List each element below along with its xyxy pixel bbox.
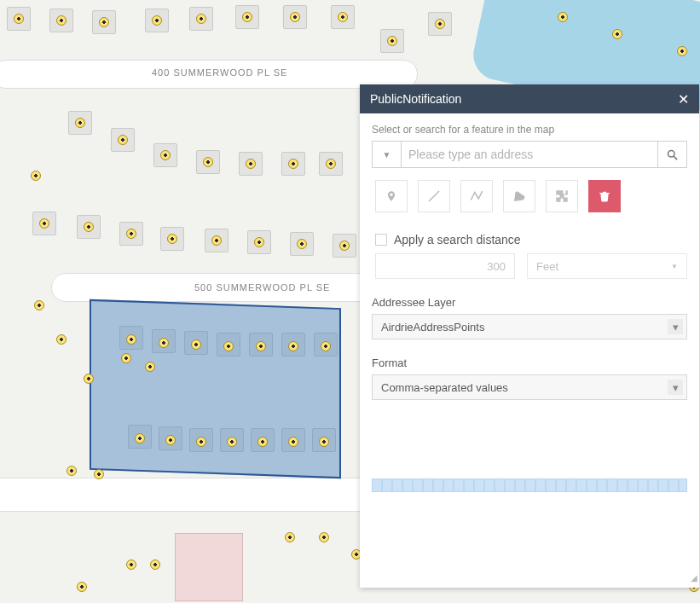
address-point[interactable] xyxy=(285,532,295,542)
panel-header[interactable]: PublicNotification ✕ xyxy=(360,84,699,113)
road-label: 400 SUMMERWOOD PL SE xyxy=(152,67,287,78)
address-point[interactable] xyxy=(321,341,331,351)
distance-unit-value: Feet xyxy=(536,260,558,273)
address-point[interactable] xyxy=(387,36,397,46)
address-point[interactable] xyxy=(242,12,252,22)
address-point[interactable] xyxy=(211,235,222,246)
selection-polygon[interactable] xyxy=(90,299,341,478)
puzzle-icon xyxy=(554,188,570,204)
address-point[interactable] xyxy=(246,159,256,169)
svg-point-0 xyxy=(668,150,675,157)
address-point[interactable] xyxy=(558,12,568,22)
chevron-down-icon: ▼ xyxy=(671,263,678,270)
address-point[interactable] xyxy=(288,437,298,447)
address-point[interactable] xyxy=(126,334,136,345)
building-highlight xyxy=(175,533,243,601)
address-point[interactable] xyxy=(94,469,104,479)
progress-bar xyxy=(372,478,687,492)
address-point[interactable] xyxy=(223,341,234,351)
address-point[interactable] xyxy=(121,353,131,363)
distance-inputs: Feet ▼ xyxy=(372,253,687,279)
chevron-down-icon: ▾ xyxy=(668,319,683,334)
road-label: 500 SUMMERWOOD PL SE xyxy=(194,282,330,293)
draw-tools xyxy=(372,180,687,212)
address-point[interactable] xyxy=(160,150,171,160)
address-point[interactable] xyxy=(196,437,206,447)
address-point[interactable] xyxy=(677,46,687,56)
address-point[interactable] xyxy=(145,362,155,372)
polyline-icon xyxy=(469,188,484,204)
addressee-value: AirdrieAddressPoints xyxy=(381,321,484,333)
address-point[interactable] xyxy=(290,12,300,22)
polyline-tool[interactable] xyxy=(460,180,493,212)
resize-grip[interactable]: ◢ xyxy=(687,576,697,586)
format-select[interactable]: Comma-separated values ▾ xyxy=(372,374,687,400)
point-tool[interactable] xyxy=(375,180,408,212)
line-tool[interactable] xyxy=(418,180,450,212)
distance-unit-select[interactable]: Feet ▼ xyxy=(527,253,687,279)
address-point[interactable] xyxy=(326,159,336,169)
apply-distance-label: Apply a search distance xyxy=(394,233,521,246)
address-point[interactable] xyxy=(67,466,77,476)
address-point[interactable] xyxy=(191,339,201,350)
format-label: Format xyxy=(372,357,687,369)
address-point[interactable] xyxy=(99,17,109,27)
address-point[interactable] xyxy=(435,19,445,29)
apply-distance-checkbox[interactable] xyxy=(375,234,387,246)
address-point[interactable] xyxy=(159,338,169,348)
address-point[interactable] xyxy=(254,237,264,247)
address-point[interactable] xyxy=(196,14,206,24)
search-row: ▼ xyxy=(372,141,687,168)
address-point[interactable] xyxy=(203,157,213,167)
address-point[interactable] xyxy=(612,29,622,39)
svg-line-1 xyxy=(674,156,677,159)
close-icon[interactable]: ✕ xyxy=(678,91,689,107)
address-point[interactable] xyxy=(39,218,49,229)
address-point[interactable] xyxy=(152,15,162,26)
address-point[interactable] xyxy=(126,229,136,239)
address-point[interactable] xyxy=(167,234,177,244)
search-button[interactable] xyxy=(658,141,687,168)
polygon-icon xyxy=(512,188,527,204)
panel-title: PublicNotification xyxy=(370,92,461,106)
search-hint: Select or search for a feature in the ma… xyxy=(372,124,687,136)
address-point[interactable] xyxy=(319,437,329,447)
address-point[interactable] xyxy=(84,222,94,232)
address-point[interactable] xyxy=(288,341,298,351)
search-input[interactable] xyxy=(401,141,658,168)
address-point[interactable] xyxy=(338,12,348,22)
line-icon xyxy=(426,188,442,204)
addressee-select[interactable]: AirdrieAddressPoints ▾ xyxy=(372,314,687,339)
address-point[interactable] xyxy=(339,241,350,251)
distance-value-input[interactable] xyxy=(375,253,515,279)
address-point[interactable] xyxy=(257,437,268,447)
address-point[interactable] xyxy=(150,560,160,570)
address-point[interactable] xyxy=(84,374,94,384)
trash-icon xyxy=(599,189,610,203)
puzzle-tool[interactable] xyxy=(546,180,578,212)
apply-distance-row: Apply a search distance xyxy=(372,233,687,246)
address-point[interactable] xyxy=(165,435,176,445)
address-point[interactable] xyxy=(31,171,41,181)
address-point[interactable] xyxy=(288,159,298,169)
search-icon xyxy=(666,148,679,161)
address-point[interactable] xyxy=(297,239,307,249)
address-point[interactable] xyxy=(34,300,44,310)
panel-body: Select or search for a feature in the ma… xyxy=(360,113,699,588)
address-point[interactable] xyxy=(56,334,67,345)
address-point[interactable] xyxy=(319,532,329,542)
address-point[interactable] xyxy=(227,437,237,447)
address-point[interactable] xyxy=(77,582,87,592)
address-point[interactable] xyxy=(126,560,136,570)
address-point[interactable] xyxy=(75,118,85,128)
address-point[interactable] xyxy=(56,15,67,26)
polygon-tool[interactable] xyxy=(503,180,535,212)
clear-tool[interactable] xyxy=(588,180,621,212)
address-point[interactable] xyxy=(135,433,145,444)
svg-line-2 xyxy=(429,191,439,201)
address-point[interactable] xyxy=(256,341,266,351)
search-source-dropdown[interactable]: ▼ xyxy=(372,141,401,168)
format-value: Comma-separated values xyxy=(381,381,508,394)
address-point[interactable] xyxy=(118,135,128,145)
address-point[interactable] xyxy=(14,14,24,24)
